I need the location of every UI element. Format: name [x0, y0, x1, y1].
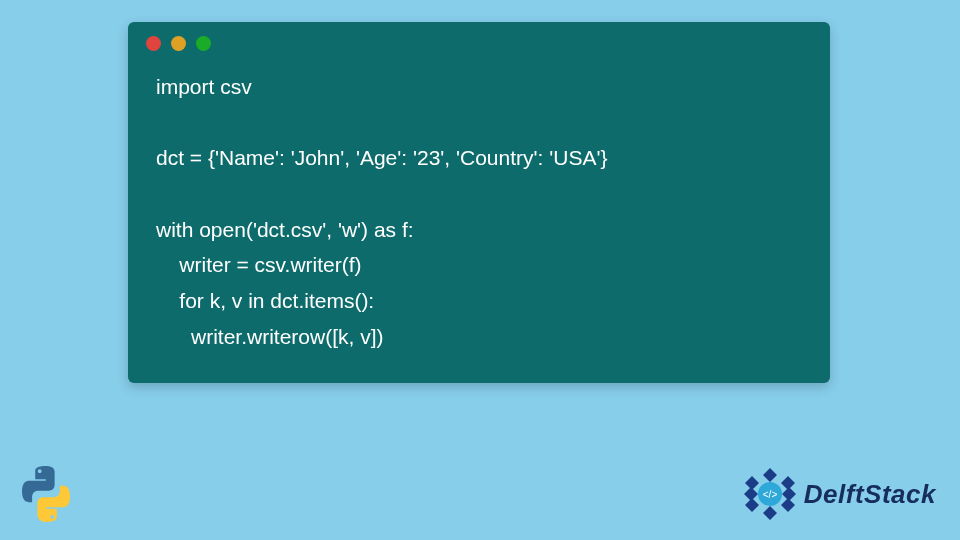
- code-line: writer.writerow([k, v]): [156, 325, 384, 348]
- window-minimize-icon: [171, 36, 186, 51]
- code-line: dct = {'Name': 'John', 'Age': '23', 'Cou…: [156, 146, 607, 169]
- code-line: writer = csv.writer(f): [156, 253, 362, 276]
- python-logo-icon: [14, 462, 78, 526]
- code-window: import csv dct = {'Name': 'John', 'Age':…: [128, 22, 830, 383]
- window-maximize-icon: [196, 36, 211, 51]
- window-controls: [128, 22, 830, 59]
- code-line: for k, v in dct.items():: [156, 289, 374, 312]
- delftstack-brand: </> DelftStack: [742, 466, 936, 522]
- delftstack-logo-icon: </>: [742, 466, 798, 522]
- code-content: import csv dct = {'Name': 'John', 'Age':…: [128, 59, 830, 383]
- svg-text:</>: </>: [763, 489, 778, 500]
- code-line: import csv: [156, 75, 252, 98]
- window-close-icon: [146, 36, 161, 51]
- brand-name: DelftStack: [804, 479, 936, 510]
- code-line: with open('dct.csv', 'w') as f:: [156, 218, 414, 241]
